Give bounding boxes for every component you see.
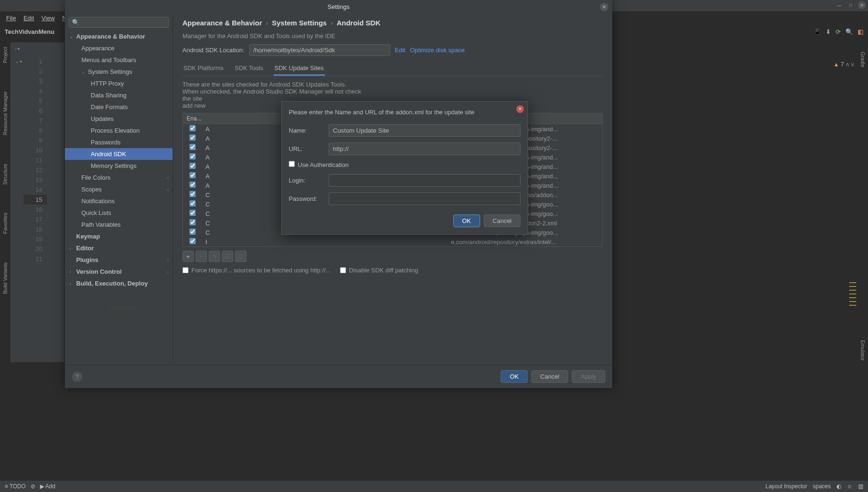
- menu-edit[interactable]: Edit: [20, 13, 38, 24]
- settings-search-input[interactable]: [81, 19, 166, 26]
- tab-sdk-platforms[interactable]: SDK Platforms: [182, 62, 224, 76]
- site-enabled-checkbox[interactable]: [189, 210, 196, 216]
- site-enabled-checkbox[interactable]: [189, 135, 196, 141]
- disable-diff-checkbox[interactable]: Disable SDK diff patching: [340, 267, 418, 274]
- tree-passwords[interactable]: Passwords: [65, 136, 173, 148]
- profiler-icon[interactable]: ◧: [858, 28, 863, 35]
- editor-minimap[interactable]: [849, 282, 856, 309]
- problems-tool-button[interactable]: ⊘: [31, 483, 35, 490]
- sdk-optimize-link[interactable]: Optimize disk space: [410, 47, 465, 54]
- tree-path-variables[interactable]: Path Variables: [65, 219, 173, 230]
- use-auth-checkbox[interactable]: Use Authentication: [289, 161, 348, 168]
- resource-manager-tool-button[interactable]: Resource Manager: [2, 91, 8, 135]
- status-icon[interactable]: ◐: [836, 483, 841, 490]
- menu-view[interactable]: View: [38, 13, 58, 24]
- tree-file-colors[interactable]: File Colors▫: [65, 172, 173, 183]
- tree-build-exec[interactable]: ›Build, Execution, Deploy: [65, 278, 173, 289]
- settings-cancel-button[interactable]: Cancel: [531, 370, 568, 383]
- sdk-location-input[interactable]: [249, 44, 390, 56]
- inspection-badge[interactable]: ▲ 7 ʌ v: [833, 61, 854, 68]
- col-enabled-header[interactable]: Ena...: [183, 113, 204, 124]
- tree-editor[interactable]: ›Editor: [65, 242, 173, 254]
- site-enabled-checkbox[interactable]: [189, 125, 196, 131]
- window-minimize-button[interactable]: —: [836, 1, 843, 9]
- tree-system-settings[interactable]: ⌄System Settings: [65, 66, 173, 78]
- help-button[interactable]: ?: [72, 372, 82, 382]
- tree-appearance-behavior[interactable]: ⌄Appearance & Behavior: [65, 31, 173, 42]
- build-variants-tool-button[interactable]: Build Variants: [2, 262, 8, 294]
- indent-indicator[interactable]: spaces: [813, 483, 831, 490]
- tree-scopes[interactable]: Scopes▫: [65, 183, 173, 195]
- sdk-edit-link[interactable]: Edit: [395, 47, 405, 54]
- tree-keymap[interactable]: Keymap: [65, 230, 173, 242]
- tree-notifications[interactable]: Notifications: [65, 195, 173, 207]
- site-enabled-checkbox[interactable]: [189, 144, 196, 150]
- settings-search-box[interactable]: 🔍: [69, 17, 169, 28]
- todo-tool-button[interactable]: ≡ TODO: [5, 483, 26, 490]
- modal-ok-button[interactable]: OK: [453, 214, 480, 227]
- site-enabled-checkbox[interactable]: [189, 238, 196, 244]
- settings-close-button[interactable]: ×: [600, 3, 608, 11]
- site-enabled-checkbox[interactable]: [189, 219, 196, 225]
- name-field[interactable]: [329, 124, 521, 137]
- site-enabled-checkbox[interactable]: [189, 182, 196, 188]
- tree-memory-settings[interactable]: Memory Settings: [65, 160, 173, 172]
- select-all-button[interactable]: ☑: [222, 251, 233, 262]
- site-enabled-checkbox[interactable]: [189, 200, 196, 206]
- tab-sdk-tools[interactable]: SDK Tools: [234, 62, 264, 76]
- tree-expand-icon[interactable]: ⌄: [15, 59, 19, 64]
- tree-android-sdk[interactable]: Android SDK: [65, 148, 173, 160]
- settings-ok-button[interactable]: OK: [501, 370, 528, 383]
- emoji-status-icon[interactable]: ☺: [847, 483, 852, 490]
- site-enabled-checkbox[interactable]: [189, 163, 196, 169]
- site-enabled-checkbox[interactable]: [189, 229, 196, 235]
- add-config-button[interactable]: ▶ Add: [40, 483, 55, 490]
- site-enabled-checkbox[interactable]: [189, 191, 196, 197]
- tree-data-sharing[interactable]: Data Sharing: [65, 89, 173, 101]
- modal-cancel-button[interactable]: Cancel: [484, 214, 521, 227]
- edit-site-button[interactable]: ✎: [209, 251, 220, 262]
- window-close-button[interactable]: ×: [858, 1, 866, 9]
- search-icon[interactable]: 🔍: [845, 28, 853, 35]
- device-manager-icon[interactable]: 📱: [813, 28, 821, 35]
- line-number: 8: [24, 126, 47, 135]
- gradle-tool-button[interactable]: Gradle: [860, 52, 866, 67]
- tree-menus-toolbars[interactable]: Menus and Toolbars: [65, 54, 173, 66]
- menu-file[interactable]: File: [2, 13, 20, 24]
- site-enabled-checkbox[interactable]: [189, 172, 196, 178]
- site-name-cell: I: [202, 238, 451, 246]
- tree-updates[interactable]: Updates: [65, 113, 173, 125]
- chevron-down-icon[interactable]: v: [851, 61, 854, 68]
- layout-inspector-button[interactable]: Layout Inspector: [765, 483, 807, 490]
- url-field[interactable]: [329, 143, 521, 155]
- tree-expand-icon[interactable]: ›: [15, 46, 16, 51]
- project-tool-button[interactable]: Project: [2, 47, 8, 63]
- tree-quick-lists[interactable]: Quick Lists: [65, 207, 173, 219]
- force-http-checkbox[interactable]: Force https://... sources to be fetched …: [182, 267, 331, 274]
- tab-sdk-update-sites[interactable]: SDK Update Sites: [274, 62, 325, 76]
- sdk-manager-icon[interactable]: ⬇: [826, 28, 831, 35]
- tree-process-elevation[interactable]: Process Elevation: [65, 125, 173, 136]
- site-enabled-checkbox[interactable]: [189, 153, 196, 159]
- add-site-button[interactable]: +: [182, 251, 194, 262]
- settings-apply-button[interactable]: Apply: [572, 370, 605, 383]
- chevron-up-icon[interactable]: ʌ: [846, 61, 849, 68]
- window-maximize-button[interactable]: □: [847, 1, 854, 9]
- modal-prompt: Please enter the Name and URL of the add…: [289, 109, 521, 116]
- favorites-tool-button[interactable]: Favorites: [2, 213, 8, 234]
- remove-site-button[interactable]: −: [196, 251, 207, 262]
- sync-icon[interactable]: ⟳: [836, 28, 841, 35]
- tree-http-proxy[interactable]: HTTP Proxy: [65, 78, 173, 89]
- deselect-all-button[interactable]: ☐: [235, 251, 246, 262]
- emulator-tool-button[interactable]: Emulator: [860, 340, 866, 361]
- cpu-status-icon[interactable]: ▥: [858, 483, 863, 490]
- tree-plugins[interactable]: Plugins▫: [65, 254, 173, 266]
- modal-close-button[interactable]: ×: [516, 105, 524, 113]
- tree-date-formats[interactable]: Date Formats: [65, 101, 173, 113]
- tree-version-control[interactable]: ›Version Control▫: [65, 266, 173, 278]
- tree-appearance[interactable]: Appearance: [65, 42, 173, 54]
- settings-footer: ? OK Cancel Apply: [65, 365, 612, 388]
- table-row[interactable]: Ie.com/android/repository/extras/intel/.…: [183, 237, 602, 246]
- table-actions: + − ✎ ☑ ☐: [182, 251, 603, 262]
- structure-tool-button[interactable]: Structure: [2, 164, 8, 185]
